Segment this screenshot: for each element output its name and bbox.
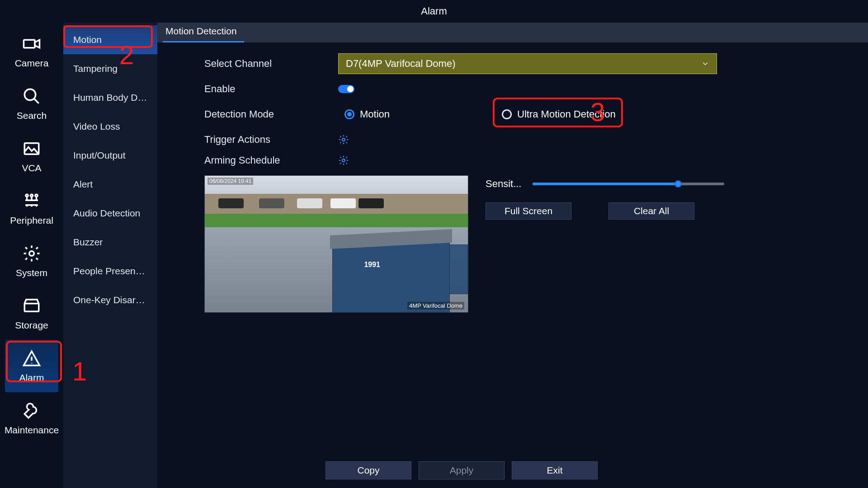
alarm-icon bbox=[22, 349, 41, 368]
submenu-alert[interactable]: Alert bbox=[63, 170, 157, 199]
search-icon bbox=[22, 87, 41, 106]
clear-all-button[interactable]: Clear All bbox=[609, 202, 694, 220]
submenu-motion[interactable]: Motion bbox=[63, 25, 157, 54]
submenu-label: Motion bbox=[73, 34, 102, 45]
submenu-tampering[interactable]: Tampering bbox=[63, 54, 157, 83]
tab-motion-detection[interactable]: Motion Detection bbox=[163, 21, 244, 42]
rail-maintenance[interactable]: Maintenance bbox=[5, 392, 58, 445]
select-channel-label: Select Channel bbox=[204, 58, 338, 70]
sensitivity-label: Sensit... bbox=[486, 178, 522, 190]
preview-timestamp: 06/08/2024 19:41 bbox=[208, 178, 253, 185]
vca-icon bbox=[22, 139, 41, 158]
radio-dot-icon bbox=[502, 109, 512, 119]
svg-point-3 bbox=[26, 194, 28, 197]
radio-motion[interactable]: Motion bbox=[338, 104, 396, 125]
rail-label: Maintenance bbox=[5, 425, 59, 436]
storage-icon bbox=[22, 296, 41, 315]
gear-icon bbox=[22, 244, 41, 263]
arming-schedule-button[interactable] bbox=[338, 155, 349, 166]
rail-label: Camera bbox=[15, 58, 49, 69]
camera-icon bbox=[22, 34, 41, 53]
peripheral-icon bbox=[22, 192, 41, 211]
rail-label: Search bbox=[17, 110, 47, 121]
svg-point-6 bbox=[29, 251, 34, 256]
radio-motion-label: Motion bbox=[360, 108, 390, 120]
rail-vca[interactable]: VCA bbox=[5, 130, 58, 183]
rail-label: Peripheral bbox=[10, 215, 53, 226]
select-channel-value: D7(4MP Varifocal Dome) bbox=[346, 58, 455, 70]
sensitivity-slider[interactable] bbox=[533, 183, 724, 185]
page-title: Alarm bbox=[421, 5, 447, 17]
tab-bar: Motion Detection bbox=[157, 23, 868, 42]
dumpster-number: 1991 bbox=[364, 261, 380, 269]
copy-button[interactable]: Copy bbox=[326, 461, 411, 479]
rail-search[interactable]: Search bbox=[5, 78, 58, 130]
rail-label: VCA bbox=[22, 163, 41, 174]
svg-point-7 bbox=[342, 138, 345, 141]
rail-storage[interactable]: Storage bbox=[5, 287, 58, 340]
detection-mode-label: Detection Mode bbox=[204, 108, 338, 120]
footer-bar: Copy Apply Exit bbox=[157, 453, 868, 488]
radio-ultra-label: Ultra Motion Detection bbox=[517, 108, 616, 120]
trigger-actions-button[interactable] bbox=[338, 134, 349, 145]
title-bar: Alarm bbox=[0, 0, 868, 23]
content-pane: Motion Detection Select Channel D7(4MP V… bbox=[157, 23, 868, 488]
submenu-people-present[interactable]: People Present A... bbox=[63, 257, 157, 286]
rail-system[interactable]: System bbox=[5, 235, 58, 287]
svg-point-4 bbox=[30, 194, 33, 197]
rail-alarm[interactable]: Alarm bbox=[5, 340, 58, 392]
left-rail: Camera Search VCA Peripheral System Stor… bbox=[0, 23, 63, 488]
wrench-icon bbox=[22, 401, 41, 420]
submenu-buzzer[interactable]: Buzzer bbox=[63, 228, 157, 257]
trigger-actions-label: Trigger Actions bbox=[204, 134, 338, 145]
preview-camera-label: 4MP Varifocal Dome bbox=[407, 302, 464, 310]
rail-label: Alarm bbox=[19, 372, 44, 383]
radio-ultra-motion[interactable]: Ultra Motion Detection bbox=[495, 104, 622, 125]
submenu-video-loss[interactable]: Video Loss bbox=[63, 112, 157, 141]
apply-button[interactable]: Apply bbox=[419, 461, 505, 479]
rail-camera[interactable]: Camera bbox=[5, 25, 58, 78]
arming-schedule-label: Arming Schedule bbox=[204, 155, 338, 166]
chevron-down-icon bbox=[701, 60, 709, 68]
exit-button[interactable]: Exit bbox=[512, 461, 598, 479]
svg-rect-0 bbox=[24, 40, 35, 48]
svg-point-8 bbox=[342, 159, 345, 162]
settings-panel: Select Channel D7(4MP Varifocal Dome) En… bbox=[157, 42, 868, 453]
svg-point-5 bbox=[35, 194, 38, 197]
preview-controls: Sensit... Full Screen Clear All bbox=[486, 175, 724, 313]
submenu: Motion Tampering Human Body Det... Video… bbox=[63, 23, 157, 488]
enable-toggle[interactable] bbox=[338, 85, 354, 93]
camera-preview[interactable]: 1991 06/08/2024 19:41 4MP Varifocal Dome bbox=[204, 175, 468, 313]
slider-thumb[interactable] bbox=[675, 180, 682, 188]
svg-point-1 bbox=[24, 89, 36, 100]
rail-label: System bbox=[16, 267, 47, 278]
submenu-input-output[interactable]: Input/Output bbox=[63, 141, 157, 170]
full-screen-button[interactable]: Full Screen bbox=[486, 202, 571, 220]
enable-label: Enable bbox=[204, 83, 338, 95]
submenu-audio-detection[interactable]: Audio Detection bbox=[63, 199, 157, 228]
rail-peripheral[interactable]: Peripheral bbox=[5, 183, 58, 235]
radio-dot-icon bbox=[344, 109, 354, 119]
rail-label: Storage bbox=[15, 320, 48, 331]
submenu-one-key-disarm[interactable]: One-Key Disarmi.. bbox=[63, 286, 157, 314]
select-channel-dropdown[interactable]: D7(4MP Varifocal Dome) bbox=[338, 53, 717, 74]
submenu-human-body[interactable]: Human Body Det... bbox=[63, 83, 157, 112]
